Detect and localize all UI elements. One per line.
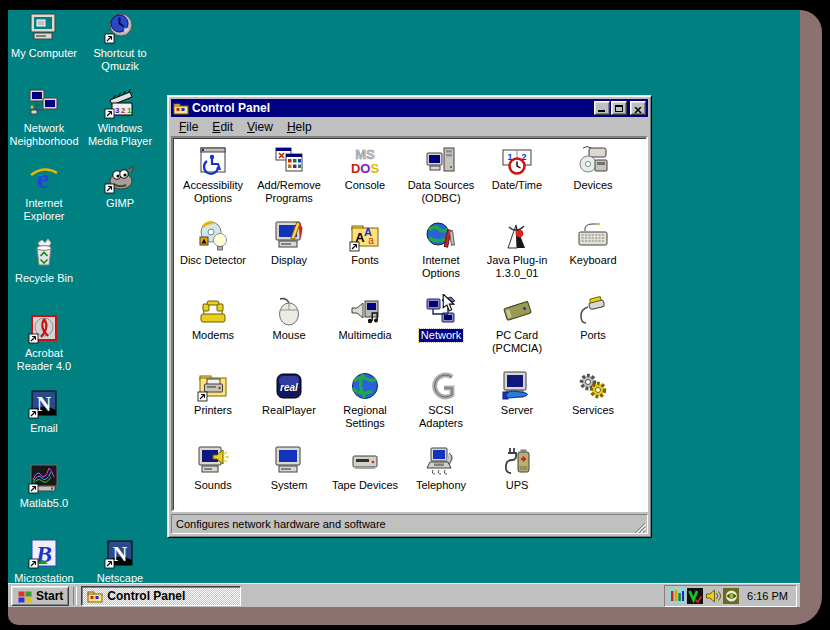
desktop-icon-acrobat-reader-4-0[interactable]: Acrobat Reader 4.0 (8, 312, 80, 373)
fonts-icon: AAa (349, 220, 381, 252)
ports-icon (577, 295, 609, 327)
desktop-icon-email[interactable]: NEmail (8, 387, 80, 435)
cp-item-label: Regional Settings (327, 404, 403, 430)
desktop-icon-internet-explorer[interactable]: eInternet Explorer (8, 162, 80, 223)
java-icon (501, 220, 533, 252)
cp-item-label: Accessibility Options (175, 179, 251, 205)
cp-item-label: Mouse (270, 329, 307, 342)
desktop-icon-label: Acrobat Reader 4.0 (17, 347, 71, 372)
windows-flag-icon (17, 588, 33, 604)
multimedia-icon (349, 295, 381, 327)
volume-tray-icon[interactable] (705, 588, 721, 604)
svg-text:real: real (280, 382, 298, 393)
cp-item-scsi-adapters[interactable]: SCSI Adapters (403, 368, 479, 443)
desktop-icon-recycle-bin[interactable]: Recycle Bin (8, 237, 80, 285)
menu-item-help[interactable]: Help (280, 118, 319, 136)
mouse-cursor-icon (442, 294, 455, 313)
svg-text:MS: MS (355, 147, 375, 162)
acrobat-icon (27, 312, 61, 344)
cp-item-fonts[interactable]: AAaFonts (327, 218, 403, 293)
cp-item-pc-card-pcmcia[interactable]: PC Card (PCMCIA) (479, 293, 555, 368)
desktop-icon-label: My Computer (11, 47, 77, 59)
cp-item-regional-settings[interactable]: Regional Settings (327, 368, 403, 443)
keyboard-icon (577, 220, 609, 252)
cp-item-devices[interactable]: Devices (555, 143, 631, 218)
cp-item-label: Modems (190, 329, 236, 342)
cp-item-label: RealPlayer (260, 404, 318, 417)
mixer-tray-icon[interactable] (669, 588, 685, 604)
cp-item-accessibility-options[interactable]: Accessibility Options (175, 143, 251, 218)
cp-item-tape-devices[interactable]: Tape Devices (327, 443, 403, 512)
desktop-icon-label: Matlab5.0 (20, 497, 68, 509)
cp-item-label: Display (269, 254, 309, 267)
cp-item-sounds[interactable]: Sounds (175, 443, 251, 512)
cp-item-ports[interactable]: Ports (555, 293, 631, 368)
taskbar-task-control-panel[interactable]: Control Panel (81, 586, 241, 606)
desktop[interactable]: My ComputerShortcut to QmuzikNetwork Nei… (8, 10, 800, 607)
cp-item-label: Date/Time (490, 179, 544, 192)
close-icon (634, 107, 642, 114)
nvidia-tray-icon[interactable] (723, 588, 739, 604)
svg-text:N: N (37, 393, 52, 415)
cp-item-system[interactable]: System (251, 443, 327, 512)
cp-item-label: Java Plug-in 1.3.0_01 (479, 254, 555, 280)
svg-text:a: a (368, 235, 374, 246)
cp-item-realplayer[interactable]: realRealPlayer (251, 368, 327, 443)
telephony-icon (425, 445, 457, 477)
cp-item-mouse[interactable]: Mouse (251, 293, 327, 368)
tape-devices-icon (349, 445, 381, 477)
console-icon: MSDOS (349, 145, 381, 177)
cp-item-multimedia[interactable]: Multimedia (327, 293, 403, 368)
maximize-icon (615, 105, 623, 112)
menu-item-file[interactable]: File (172, 118, 205, 136)
desktop-icon-gimp[interactable]: GIMP (84, 162, 156, 210)
menu-item-edit[interactable]: Edit (205, 118, 240, 136)
cp-item-java-plug-in-1-3-0-01[interactable]: Java Plug-in 1.3.0_01 (479, 218, 555, 293)
cp-item-keyboard[interactable]: Keyboard (555, 218, 631, 293)
close-button[interactable] (630, 101, 646, 115)
email-icon: N (27, 387, 61, 419)
cp-item-label: Disc Detector (178, 254, 248, 267)
vshield-tray-icon[interactable] (687, 588, 703, 604)
menu-item-view[interactable]: View (240, 118, 280, 136)
desktop-icon-label: Recycle Bin (15, 272, 73, 284)
cp-item-network[interactable]: Network (403, 293, 479, 368)
desktop-icon-netscape[interactable]: NNetscape (84, 537, 156, 585)
display-icon (273, 220, 305, 252)
cp-item-label: UPS (504, 479, 531, 492)
cp-item-server[interactable]: Server (479, 368, 555, 443)
cp-item-ups[interactable]: UPS (479, 443, 555, 512)
desktop-icon-network-neighborhood[interactable]: Network Neighborhood (8, 87, 80, 148)
cp-item-label: Services (570, 404, 616, 417)
cp-item-internet-options[interactable]: Internet Options (403, 218, 479, 293)
status-text: Configures network hardware and software (176, 518, 386, 530)
cp-item-services[interactable]: Services (555, 368, 631, 443)
cp-item-display[interactable]: Display (251, 218, 327, 293)
gimp-icon (103, 162, 137, 194)
maximize-button[interactable] (611, 101, 627, 115)
start-button[interactable]: Start (11, 586, 69, 606)
minimize-button[interactable] (594, 101, 610, 115)
cp-item-console[interactable]: MSDOSConsole (327, 143, 403, 218)
cp-item-label: Tape Devices (330, 479, 400, 492)
cp-item-date-time[interactable]: 12Date/Time (479, 143, 555, 218)
cp-item-printers[interactable]: Printers (175, 368, 251, 443)
desktop-icon-windows-media-player[interactable]: 321Windows Media Player (84, 87, 156, 148)
datetime-icon: 12 (501, 145, 533, 177)
cp-item-disc-detector[interactable]: Disc Detector (175, 218, 251, 293)
desktop-icon-matlab5-0[interactable]: Matlab5.0 (8, 462, 80, 510)
cp-item-label: PC Card (PCMCIA) (479, 329, 555, 355)
desktop-icon-my-computer[interactable]: My Computer (8, 12, 80, 60)
desktop-icon-shortcut-to-qmuzik[interactable]: Shortcut to Qmuzik (84, 12, 156, 73)
taskbar-clock[interactable]: 6:16 PM (747, 590, 788, 602)
resize-grip[interactable] (634, 520, 646, 532)
cp-item-modems[interactable]: Modems (175, 293, 251, 368)
svg-text:e: e (37, 163, 49, 194)
cp-item-label: Keyboard (567, 254, 618, 267)
cp-item-add-remove-programs[interactable]: Add/Remove Programs (251, 143, 327, 218)
desktop-icon-label: Shortcut to Qmuzik (93, 47, 146, 72)
cp-item-data-sources-odbc[interactable]: Data Sources (ODBC) (403, 143, 479, 218)
desktop-icon-microstation[interactable]: BMicrostation (8, 537, 80, 585)
cp-item-telephony[interactable]: Telephony (403, 443, 479, 512)
window-titlebar[interactable]: Control Panel (171, 99, 648, 117)
